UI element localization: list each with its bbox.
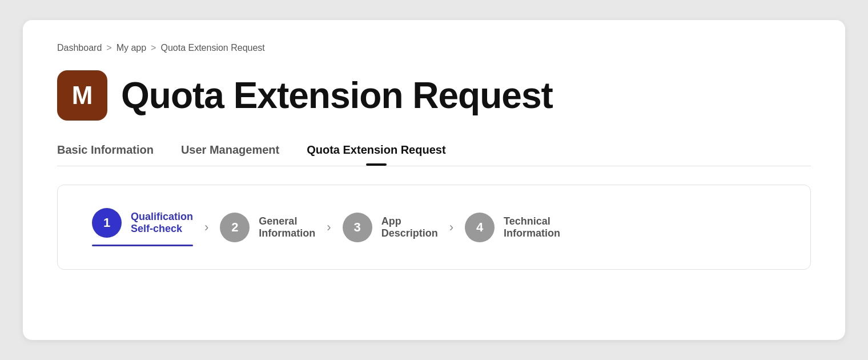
step-1-label-line1: Qualification [131, 211, 193, 223]
chevron-3: › [449, 220, 453, 235]
step-1: 1 Qualification Self-check [92, 208, 193, 238]
step-3: 3 App Description [343, 213, 438, 242]
step-1-label-wrapper: Qualification Self-check [131, 211, 193, 235]
chevron-1: › [204, 220, 208, 235]
header-row: M Quota Extension Request [57, 70, 811, 121]
tab-quota-extension-request[interactable]: Quota Extension Request [307, 143, 445, 166]
tab-basic-information[interactable]: Basic Information [57, 143, 154, 166]
page-title: Quota Extension Request [121, 74, 553, 117]
step-4-label-wrapper: Technical Information [504, 215, 560, 239]
step-2-number: 2 [231, 220, 238, 235]
breadcrumb-dashboard[interactable]: Dashboard [57, 43, 102, 53]
main-card: Dashboard > My app > Quota Extension Req… [23, 20, 845, 340]
breadcrumb-current: Quota Extension Request [160, 43, 264, 53]
step-2: 2 General Information [220, 213, 315, 242]
breadcrumb: Dashboard > My app > Quota Extension Req… [57, 43, 811, 53]
chevron-2: › [327, 220, 331, 235]
breadcrumb-sep-2: > [151, 43, 156, 53]
tab-user-management[interactable]: User Management [181, 143, 279, 166]
steps-container: 1 Qualification Self-check › 2 General I… [57, 185, 811, 270]
step-2-label-line1: General [259, 215, 297, 227]
step-4-label-line1: Technical [504, 215, 550, 227]
step-1-circle: 1 [92, 208, 122, 238]
tab-divider [57, 166, 811, 166]
tabs-nav: Basic Information User Management Quota … [57, 143, 811, 166]
breadcrumb-sep-1: > [106, 43, 111, 53]
app-icon-letter: M [72, 81, 93, 110]
step-3-circle: 3 [343, 213, 372, 242]
step-2-label-line2: Information [259, 227, 315, 239]
step-4-circle: 4 [465, 213, 495, 242]
step-4-label-line2: Information [504, 227, 560, 239]
step-1-wrapper: 1 Qualification Self-check [92, 208, 193, 246]
step-4-number: 4 [476, 220, 483, 235]
step-3-number: 3 [354, 220, 361, 235]
step-1-label-line2: Self-check [131, 223, 182, 235]
step-4: 4 Technical Information [465, 213, 560, 242]
step-3-label-wrapper: App Description [381, 215, 438, 239]
step-2-circle: 2 [220, 213, 250, 242]
step-1-underline [92, 245, 193, 246]
step-3-label-line1: App [381, 215, 401, 227]
step-1-number: 1 [103, 215, 110, 230]
step-2-label-wrapper: General Information [259, 215, 315, 239]
step-3-label-line2: Description [381, 227, 438, 239]
breadcrumb-myapp[interactable]: My app [116, 43, 146, 53]
app-icon: M [57, 70, 107, 121]
